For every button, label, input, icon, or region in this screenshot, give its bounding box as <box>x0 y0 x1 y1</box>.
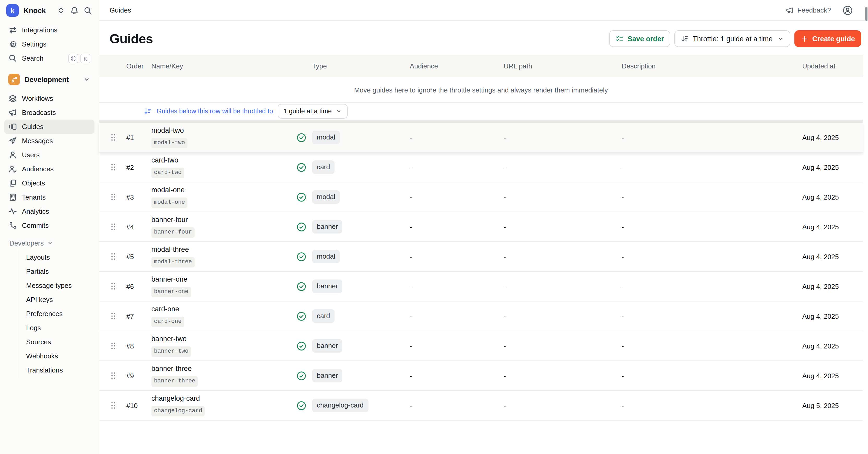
guide-name[interactable]: card-one <box>151 305 297 313</box>
guide-name[interactable]: banner-one <box>151 275 297 284</box>
sidebar-item-label: Partials <box>26 267 49 275</box>
drag-handle-icon[interactable] <box>111 282 126 290</box>
sidebar-item-label: Integrations <box>22 27 57 33</box>
guide-description: - <box>622 372 802 379</box>
drag-handle-icon[interactable] <box>111 223 126 231</box>
sidebar-item-label: Users <box>22 151 40 158</box>
scrollbar-thumb[interactable] <box>865 7 867 21</box>
guide-audience: - <box>410 193 504 201</box>
sidebar-item-messages[interactable]: Messages <box>4 134 94 148</box>
guide-updated-at: Aug 4, 2025 <box>802 223 863 231</box>
sidebar-item-sources[interactable]: Sources <box>18 335 94 349</box>
guide-name[interactable]: banner-three <box>151 365 297 373</box>
guide-name[interactable]: changelog-card <box>151 394 297 403</box>
save-order-button[interactable]: Save order <box>609 30 671 47</box>
guide-order: #6 <box>126 282 151 290</box>
guide-order: #9 <box>126 372 151 379</box>
sidebar-item-guides[interactable]: Guides <box>4 120 94 134</box>
guide-description: - <box>622 223 802 231</box>
sidebar-item-preferences[interactable]: Preferences <box>18 307 94 321</box>
drag-handle-icon[interactable] <box>111 401 126 409</box>
sidebar-item-webhooks[interactable]: Webhooks <box>18 349 94 363</box>
sidebar-item-label: Settings <box>22 41 46 48</box>
guide-type-badge: card <box>312 161 335 174</box>
guide-url-path: - <box>504 163 622 171</box>
swap-arrows-icon <box>8 26 17 34</box>
guide-url-path: - <box>504 253 622 260</box>
section-label: Developers <box>9 239 44 247</box>
sidebar-item-logs[interactable]: Logs <box>18 321 94 335</box>
status-active-icon <box>297 192 312 202</box>
guide-order: #4 <box>126 223 151 231</box>
unthrottled-dropzone[interactable]: Move guides here to ignore the throttle … <box>99 77 863 103</box>
drag-handle-icon[interactable] <box>111 252 126 261</box>
feedback-button[interactable]: Feedback? <box>782 5 834 15</box>
guide-key-badge: changelog-card <box>151 406 205 416</box>
selector-icon <box>57 6 65 15</box>
sort-descending-icon <box>144 107 152 115</box>
sidebar-item-api-keys[interactable]: API keys <box>18 292 94 307</box>
sidebar-item-tenants[interactable]: Tenants <box>4 190 94 204</box>
guide-order: #10 <box>126 401 151 409</box>
table-row: #2 card-two card-two card - - - Aug 4, 2… <box>99 152 863 182</box>
workspace-header: k Knock <box>0 0 99 21</box>
column-header-description: Description <box>622 62 802 70</box>
sidebar-item-label: Broadcasts <box>22 109 56 116</box>
sidebar-item-users[interactable]: Users <box>4 148 94 162</box>
page-title: Guides <box>110 31 153 46</box>
sidebar-item-objects[interactable]: Objects <box>4 176 94 190</box>
guide-name[interactable]: card-two <box>151 156 297 165</box>
sidebar-item-label: Commits <box>22 222 49 229</box>
workspace-logo[interactable]: k <box>6 4 19 17</box>
sidebar-item-layouts[interactable]: Layouts <box>18 250 94 264</box>
drag-handle-icon[interactable] <box>111 371 126 380</box>
sidebar-item-integrations[interactable]: Integrations <box>4 23 94 37</box>
notifications-button[interactable] <box>70 6 79 15</box>
sidebar-item-search[interactable]: Search ⌘ K <box>4 51 94 65</box>
status-active-icon <box>297 341 312 351</box>
guide-name[interactable]: modal-two <box>151 126 297 135</box>
column-header-type: Type <box>312 62 410 70</box>
sidebar-item-message-types[interactable]: Message types <box>18 279 94 292</box>
save-order-label: Save order <box>628 35 664 42</box>
sidebar-item-settings[interactable]: Settings <box>4 37 94 51</box>
create-guide-button[interactable]: Create guide <box>795 30 861 47</box>
search-button[interactable] <box>84 6 92 15</box>
guide-key-badge: banner-two <box>151 347 191 357</box>
guide-name[interactable]: modal-one <box>151 186 297 194</box>
guide-updated-at: Aug 4, 2025 <box>802 372 863 379</box>
sidebar-item-translations[interactable]: Translations <box>18 363 94 377</box>
guide-audience: - <box>410 282 504 290</box>
sidebar-item-broadcasts[interactable]: Broadcasts <box>4 106 94 120</box>
sidebar-item-audiences[interactable]: Audiences <box>4 162 94 176</box>
workspace-switcher-button[interactable] <box>57 6 65 15</box>
throttle-amount-dropdown[interactable]: 1 guide at a time <box>278 104 348 119</box>
guide-audience: - <box>410 372 504 379</box>
environment-icon <box>8 74 20 85</box>
chevron-down-icon <box>336 108 342 114</box>
environment-switcher[interactable]: Development <box>4 72 94 87</box>
drag-handle-icon[interactable] <box>111 193 126 201</box>
drag-handle-icon[interactable] <box>111 342 126 350</box>
sidebar-item-analytics[interactable]: Analytics <box>4 204 94 218</box>
sidebar-item-partials[interactable]: Partials <box>18 264 94 279</box>
sidebar-item-label: Guides <box>22 123 43 130</box>
status-active-icon <box>297 222 312 232</box>
sidebar-item-label: Messages <box>22 137 53 144</box>
sidebar-item-commits[interactable]: Commits <box>4 218 94 232</box>
guide-url-path: - <box>504 282 622 290</box>
column-header-updated-at: Updated at <box>802 62 863 70</box>
guide-name[interactable]: banner-four <box>151 216 297 224</box>
guide-name[interactable]: banner-two <box>151 335 297 343</box>
account-menu-button[interactable] <box>842 5 853 16</box>
guide-type-badge: modal <box>312 250 340 263</box>
table-row: #1 modal-two modal-two modal - - - Aug 4… <box>99 123 863 152</box>
drag-handle-icon[interactable] <box>111 133 126 142</box>
cmd-keycap: ⌘ <box>68 54 78 63</box>
drag-handle-icon[interactable] <box>111 312 126 320</box>
throttle-dropdown-button[interactable]: Throttle: 1 guide at a time <box>674 30 790 47</box>
sidebar-section-developers[interactable]: Developers <box>4 237 94 249</box>
guide-name[interactable]: modal-three <box>151 246 297 254</box>
drag-handle-icon[interactable] <box>111 163 126 171</box>
sidebar-item-workflows[interactable]: Workflows <box>4 91 94 106</box>
